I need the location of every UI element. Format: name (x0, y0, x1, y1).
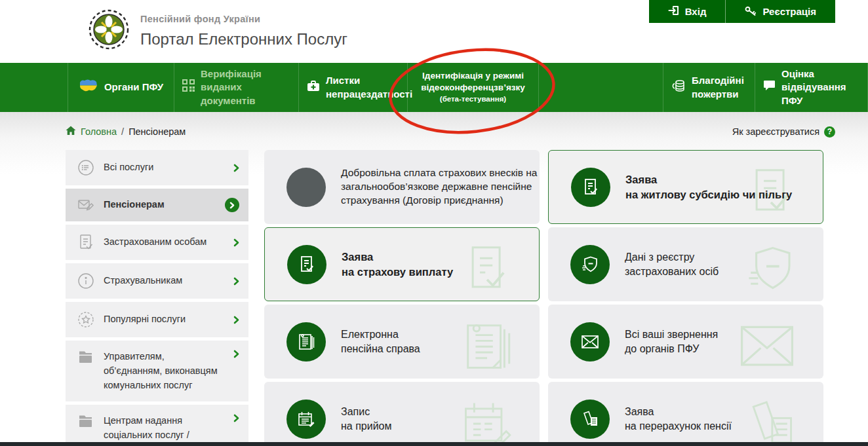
card-title: Добровільна сплата страхових внесків на … (341, 166, 538, 208)
chevron-right-icon (233, 414, 239, 422)
card-voluntary-payment[interactable]: Добровільна сплата страхових внесків на … (264, 150, 540, 224)
document-check-icon (77, 234, 94, 251)
card-insurance-payment[interactable]: Заявана страхову виплату (264, 227, 540, 301)
nav-label: Оцінка відвідування ПФУ (781, 67, 859, 107)
chevron-right-icon (233, 316, 239, 324)
service-cards: Добровільна сплата страхових внесків на … (264, 150, 823, 446)
breadcrumb-trail: Головна / Пенсіонерам (66, 126, 186, 138)
card-title: Заявана страхову виплату (342, 250, 538, 279)
card-all-requests[interactable]: Всі ваші зверненнядо органів ПФУ (548, 305, 823, 379)
nav-item-organy-pfu[interactable]: Органи ПФУ (68, 63, 174, 112)
pfu-portal-page: Пенсійний фонд України Портал Електронни… (0, 0, 868, 446)
home-icon (66, 126, 76, 138)
sign-in-icon (668, 5, 679, 18)
envelope-pencil-icon (77, 198, 94, 212)
nav-spacer (538, 63, 663, 112)
document-check-icon (287, 245, 326, 284)
sidebar-item-social-service-centers[interactable]: Центрам надання соціальних послуг / Тери… (66, 405, 248, 446)
org-name: Пенсійний фонд України (140, 14, 347, 24)
nav-item-verification[interactable]: Верифікація виданих документів (174, 63, 298, 112)
question-circle-icon[interactable]: ? (824, 126, 835, 138)
sidebar-item-pensioners[interactable]: Пенсіонерам (66, 189, 248, 221)
breadcrumb-current: Пенсіонерам (128, 126, 186, 137)
list-circle-icon (77, 159, 94, 176)
chat-bubble-icon (763, 80, 776, 94)
sidebar-item-label: Популярні послуги (104, 312, 224, 327)
how-to-register[interactable]: Як зареєструватися ? (732, 126, 835, 138)
nav-item-identification-video[interactable]: Ідентифікація у режимі відеоконференцзв’… (407, 63, 538, 112)
breadcrumb: Головна / Пенсіонерам Як зареєструватися… (66, 112, 835, 141)
medkit-icon (307, 80, 320, 95)
nav-item-lystky[interactable]: Листки непрацездатності (298, 63, 407, 112)
key-icon (745, 6, 757, 18)
nav-label: Благодійні пожертви (692, 74, 747, 101)
card-pension-file[interactable]: Електроннапенсійна справа (264, 305, 540, 379)
ukraine-map-flag-icon (79, 79, 98, 96)
pfu-emblem-icon (87, 8, 130, 54)
chevron-right-icon (233, 238, 239, 247)
sidebar-item-building-managers[interactable]: Управителям, об’єднанням, виконавцям ком… (66, 341, 248, 401)
auth-buttons: Вхід Реєстрація (649, 0, 835, 23)
chevron-right-icon (233, 350, 239, 358)
folder-icon (77, 350, 94, 364)
sidebar-item-all-services[interactable]: Всі послуги (66, 150, 248, 185)
sidebar-item-label: Страхувальникам (104, 274, 224, 288)
page-body: Головна / Пенсіонерам Як зареєструватися… (0, 112, 868, 446)
nav-item-visit-rating[interactable]: Оцінка відвідування ПФУ (755, 63, 868, 112)
brand[interactable]: Пенсійний фонд України Портал Електронни… (87, 8, 347, 54)
file-lines-icon (286, 322, 326, 362)
nav-sub-label: (бета-тестування) (440, 94, 506, 105)
nav-label: Верифікація виданих документів (201, 67, 290, 107)
sidebar-item-insurers[interactable]: Страхувальникам (66, 263, 248, 299)
chevron-circle-icon (225, 198, 239, 212)
calculator-doc-icon (570, 400, 610, 439)
nav-label: Листки непрацездатності (326, 74, 412, 101)
sidebar-item-label: Центрам надання соціальних послуг / Тери… (104, 414, 224, 446)
register-label: Реєстрація (762, 6, 816, 17)
qr-code-icon (182, 79, 195, 95)
card-title: Всі ваші зверненнядо органів ПФУ (625, 327, 821, 356)
sidebar-item-label: Пенсіонерам (104, 198, 216, 212)
sidebar-item-label: Застрахованим особам (104, 235, 224, 250)
card-register-data[interactable]: Дані з реєструзастрахованих осіб (548, 227, 823, 301)
portal-title: Портал Електронних Послуг (140, 30, 347, 48)
footer-edge (0, 442, 868, 446)
card-title: Електроннапенсійна справа (341, 327, 538, 356)
sidebar-item-label: Управителям, об’єднанням, виконавцям ком… (104, 350, 224, 392)
card-pension-recalculation[interactable]: Заявана перерахунок пенсії (548, 382, 823, 446)
card-appointment[interactable]: Записна прийом (264, 382, 540, 446)
main-nav: Органи ПФУ Верифікація виданих документі… (0, 63, 868, 112)
breadcrumb-home-link[interactable]: Головна (81, 126, 117, 137)
brand-text: Пенсійний фонд України Портал Електронни… (140, 8, 347, 48)
info-circle-icon (77, 272, 94, 289)
shield-icon (570, 245, 610, 284)
card-title: Заявана перерахунок пенсії (625, 405, 821, 433)
main-content: Всі послуги Пенсіонерам (66, 150, 835, 446)
sidebar: Всі послуги Пенсіонерам (66, 150, 248, 446)
card-title: Записна прийом (341, 405, 538, 433)
register-button[interactable]: Реєстрація (725, 0, 835, 23)
breadcrumb-separator: / (121, 126, 124, 137)
nav-label: Ідентифікація у режимі відеоконференцзв’… (416, 70, 530, 94)
nav-label: Органи ПФУ (104, 81, 163, 94)
coins-icon (671, 79, 686, 96)
card-title: Дані з реєструзастрахованих осіб (625, 250, 821, 278)
sidebar-item-insured-persons[interactable]: Застрахованим особам (66, 225, 248, 260)
how-to-register-label: Як зареєструватися (732, 126, 819, 137)
sidebar-item-label: Всі послуги (104, 160, 224, 175)
card-title: Заявана житлову субсидію чи пільгу (625, 172, 822, 202)
chevron-right-icon (233, 277, 239, 286)
sidebar-item-popular-services[interactable]: Популярні послуги (66, 302, 248, 337)
nav-item-donations[interactable]: Благодійні пожертви (663, 63, 755, 112)
login-label: Вхід (685, 6, 707, 17)
header: Пенсійний фонд України Портал Електронни… (0, 0, 868, 63)
envelope-icon (570, 322, 610, 362)
folder-icon (77, 414, 94, 428)
gray-circle-placeholder (286, 168, 326, 207)
star-badge-icon (77, 311, 94, 328)
card-housing-subsidy[interactable]: Заявана житлову субсидію чи пільгу (548, 150, 823, 224)
chevron-right-icon (233, 164, 239, 172)
document-check-icon (571, 168, 610, 207)
login-button[interactable]: Вхід (649, 0, 726, 23)
calendar-pencil-icon (286, 400, 326, 439)
